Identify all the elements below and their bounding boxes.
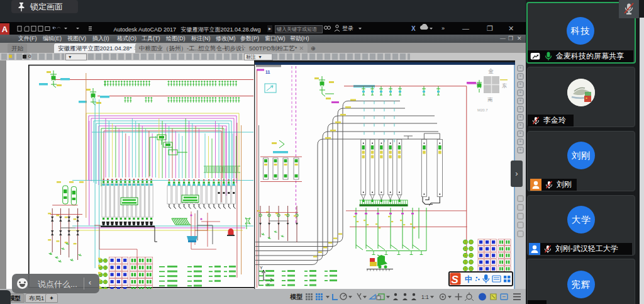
svg-text:登录: 登录 [342, 25, 353, 31]
svg-text:中: 中 [465, 275, 473, 284]
svg-text:金: 金 [488, 68, 494, 74]
svg-text:X: X [411, 25, 416, 32]
svg-text:东: 东 [502, 83, 507, 89]
svg-text:»: » [441, 25, 445, 31]
svg-text:1:1: 1:1 [421, 294, 429, 300]
svg-text:M20.7: M20.7 [477, 108, 488, 112]
svg-text:S: S [452, 274, 459, 286]
svg-text:Y: Y [260, 266, 263, 270]
svg-text:11: 11 [265, 70, 270, 74]
svg-text:南: 南 [487, 97, 493, 103]
